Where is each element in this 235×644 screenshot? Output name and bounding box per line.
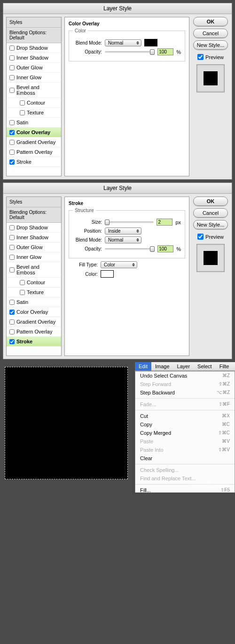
style-row-drop-shadow[interactable]: Drop Shadow: [7, 43, 61, 53]
style-checkbox[interactable]: [9, 255, 15, 260]
menu-item-cut[interactable]: Cut⌘X: [135, 412, 235, 420]
style-row-color-overlay[interactable]: Color Overlay: [7, 307, 61, 317]
style-checkbox[interactable]: [9, 310, 15, 315]
menubar-item-filte[interactable]: Filte: [216, 362, 233, 371]
blend-mode-select[interactable]: Normal: [105, 39, 141, 46]
menu-item-step-backward[interactable]: Step Backward⌥⌘Z: [135, 388, 235, 397]
style-row-satin[interactable]: Satin: [7, 297, 61, 307]
style-row-outer-glow[interactable]: Outer Glow: [7, 63, 61, 73]
stroke-color-swatch[interactable]: [101, 270, 114, 278]
opacity-slider[interactable]: [105, 248, 155, 250]
style-row-contour[interactable]: Contour: [7, 278, 61, 288]
style-checkbox[interactable]: [9, 267, 15, 273]
style-checkbox[interactable]: [9, 45, 15, 51]
style-row-gradient-overlay[interactable]: Gradient Overlay: [7, 317, 61, 327]
style-row-stroke[interactable]: Stroke: [7, 337, 61, 347]
opacity-slider[interactable]: [105, 51, 155, 53]
style-checkbox[interactable]: [9, 75, 15, 80]
new-style-button[interactable]: New Style...: [193, 220, 228, 229]
styles-panel: Styles Blending Options: Default Drop Sh…: [6, 17, 62, 176]
style-checkbox[interactable]: [20, 110, 25, 115]
style-row-bevel-and-emboss[interactable]: Bevel and Emboss: [7, 83, 61, 98]
style-checkbox[interactable]: [9, 245, 15, 250]
opacity-label: Opacity:: [73, 246, 102, 251]
style-row-inner-glow[interactable]: Inner Glow: [7, 252, 61, 262]
size-slider[interactable]: [105, 221, 154, 223]
opacity-input[interactable]: [157, 48, 173, 55]
style-checkbox[interactable]: [9, 88, 15, 93]
style-label: Stroke: [16, 159, 31, 165]
style-row-texture[interactable]: Texture: [7, 288, 61, 297]
position-select[interactable]: Inside: [105, 227, 141, 235]
menu-item-label: Step Forward: [140, 381, 171, 387]
color-swatch[interactable]: [144, 39, 157, 46]
style-row-inner-shadow[interactable]: Inner Shadow: [7, 233, 61, 242]
menu-item-fill[interactable]: Fill...⇧F5: [135, 486, 235, 492]
preview-checkbox[interactable]: [197, 54, 204, 60]
menu-item-copy[interactable]: Copy⌘C: [135, 420, 235, 429]
preview-label: Preview: [205, 234, 224, 240]
style-row-pattern-overlay[interactable]: Pattern Overlay: [7, 327, 61, 337]
new-style-button[interactable]: New Style...: [193, 40, 228, 50]
style-row-pattern-overlay[interactable]: Pattern Overlay: [7, 147, 61, 157]
style-checkbox[interactable]: [9, 150, 15, 155]
blending-options-header[interactable]: Blending Options: Default: [7, 207, 61, 223]
menubar-item-layer[interactable]: Layer: [173, 362, 194, 371]
menubar-item-select[interactable]: Select: [194, 362, 216, 371]
color-group: Color Blend Mode: Normal Opacity: %: [69, 28, 185, 61]
blend-mode-select[interactable]: Normal: [105, 236, 141, 243]
style-checkbox[interactable]: [9, 300, 15, 305]
preview-box: [196, 244, 225, 272]
style-row-color-overlay[interactable]: Color Overlay: [7, 128, 61, 137]
style-checkbox[interactable]: [9, 225, 15, 230]
style-label: Inner Glow: [16, 75, 41, 80]
style-checkbox[interactable]: [20, 290, 25, 295]
style-checkbox[interactable]: [9, 339, 15, 344]
style-checkbox[interactable]: [9, 159, 15, 165]
menu-item-copy-merged[interactable]: Copy Merged⇧⌘C: [135, 429, 235, 437]
cancel-button[interactable]: Cancel: [193, 208, 228, 218]
style-row-texture[interactable]: Texture: [7, 108, 61, 118]
filltype-select[interactable]: Color: [101, 261, 137, 268]
style-row-drop-shadow[interactable]: Drop Shadow: [7, 223, 61, 233]
menu-item-label: Step Backward: [140, 390, 175, 395]
style-checkbox[interactable]: [9, 55, 15, 61]
menu-item-shortcut: ⌘V: [222, 439, 230, 444]
style-checkbox[interactable]: [9, 235, 15, 240]
style-row-satin[interactable]: Satin: [7, 118, 61, 128]
opacity-input[interactable]: [157, 245, 173, 252]
style-checkbox[interactable]: [20, 100, 25, 106]
style-checkbox[interactable]: [9, 65, 15, 70]
style-row-inner-shadow[interactable]: Inner Shadow: [7, 53, 61, 63]
style-checkbox[interactable]: [9, 140, 15, 145]
menu-item-label: Clear: [140, 455, 152, 461]
style-row-outer-glow[interactable]: Outer Glow: [7, 242, 61, 252]
menu-item-find-and-replace-text: Find and Replace Text...: [135, 474, 235, 483]
styles-header[interactable]: Styles: [7, 17, 61, 28]
style-checkbox[interactable]: [9, 329, 15, 334]
preview-toggle[interactable]: Preview: [197, 54, 224, 60]
cancel-button[interactable]: Cancel: [193, 29, 228, 38]
style-row-inner-glow[interactable]: Inner Glow: [7, 73, 61, 83]
position-label: Position:: [73, 228, 102, 234]
ok-button[interactable]: OK: [193, 197, 228, 206]
style-checkbox[interactable]: [9, 319, 15, 325]
preview-checkbox[interactable]: [197, 234, 204, 240]
preview-toggle[interactable]: Preview: [197, 234, 224, 240]
style-checkbox[interactable]: [9, 120, 15, 125]
style-checkbox[interactable]: [9, 130, 15, 135]
menu-item-clear[interactable]: Clear: [135, 454, 235, 462]
style-label: Drop Shadow: [16, 45, 48, 51]
ok-button[interactable]: OK: [193, 17, 228, 26]
style-row-stroke[interactable]: Stroke: [7, 157, 61, 167]
style-row-contour[interactable]: Contour: [7, 98, 61, 108]
menubar-item-edit[interactable]: Edit: [135, 362, 151, 371]
blending-options-header[interactable]: Blending Options: Default: [7, 28, 61, 43]
menu-item-undo-select-canvas[interactable]: Undo Select Canvas⌘Z: [135, 371, 235, 380]
size-input[interactable]: [157, 219, 172, 226]
style-row-gradient-overlay[interactable]: Gradient Overlay: [7, 137, 61, 147]
styles-header[interactable]: Styles: [7, 197, 61, 207]
style-row-bevel-and-emboss[interactable]: Bevel and Emboss: [7, 262, 61, 278]
style-checkbox[interactable]: [20, 280, 25, 285]
menubar-item-image[interactable]: Image: [151, 362, 173, 371]
